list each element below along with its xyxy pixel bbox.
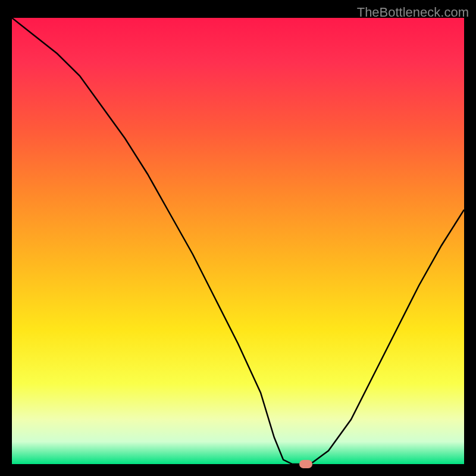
- bottleneck-curve: [12, 18, 464, 464]
- optimal-point-marker: [299, 460, 312, 468]
- chart-curve-svg: [12, 18, 464, 464]
- watermark-text: TheBottleneck.com: [357, 5, 469, 20]
- chart-plot-area: [12, 18, 464, 464]
